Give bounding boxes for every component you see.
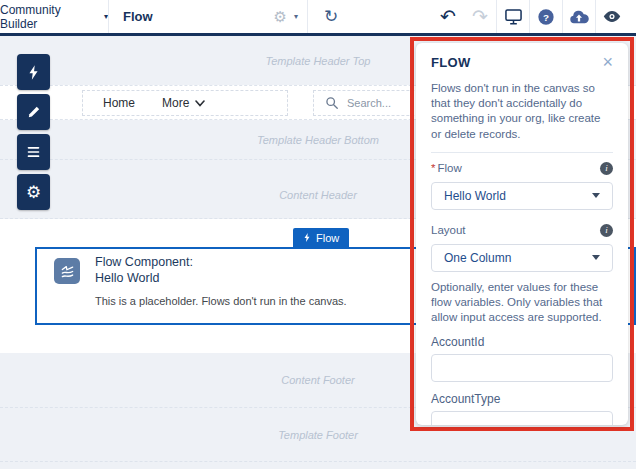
flow-component-title: Flow Component: [95,255,347,271]
nav-menu-region[interactable]: Home More [82,90,288,116]
refresh-icon[interactable]: ↻ [324,6,338,27]
search-icon [325,96,339,110]
settings-gear-icon: ⚙ [26,184,41,201]
layout-select[interactable]: One Column [431,244,613,272]
page-title: Flow [123,9,153,24]
annotation-highlight-box: FLOW × Flows don't run in the canvas so … [410,37,634,431]
flow-component-name: Hello World [95,271,347,287]
flow-field-label: *Flow [431,162,462,174]
chevron-down-icon [592,193,600,198]
chevron-down-icon [195,100,205,107]
region-label: Template Footer [278,429,358,441]
layout-field-label: Layout [431,224,466,236]
builder-sidebar: ⚙ [17,54,50,210]
chevron-down-icon[interactable]: ▾ [294,12,298,21]
nav-item-home[interactable]: Home [103,96,135,110]
flow-component-text: Flow Component: Hello World This is a pl… [95,255,347,307]
info-icon[interactable]: i [600,162,613,175]
help-button[interactable]: ? [530,0,562,33]
accountid-field-label: AccountId [431,335,613,349]
toolbar-right-icons: ↶ ↷ ? [432,0,636,33]
region-label: Template Header Bottom [257,134,379,146]
sidebar-item-settings[interactable]: ⚙ [17,174,50,210]
close-icon[interactable]: × [602,55,613,69]
redo-icon: ↷ [472,5,488,28]
nav-item-more[interactable]: More [162,96,205,110]
undo-button[interactable]: ↶ [432,0,464,33]
sidebar-item-theme[interactable] [17,94,50,130]
undo-icon: ↶ [440,5,456,28]
help-icon: ? [537,8,555,26]
panel-divider [431,152,613,153]
list-icon [26,146,41,158]
app-menu-dropdown[interactable]: Community Builder ▾ [0,0,108,33]
accountid-input[interactable] [431,354,613,382]
flow-select[interactable]: Hello World [431,182,613,210]
region-label: Content Footer [281,374,354,386]
preview-eye-icon [602,10,622,23]
app-menu-label: Community Builder [0,3,98,31]
publish-cloud-icon [568,9,590,25]
preview-button[interactable] [596,0,628,33]
required-marker: * [431,162,435,174]
flow-property-panel: FLOW × Flows don't run in the canvas so … [416,43,628,425]
svg-text:?: ? [543,11,549,22]
sidebar-item-page-structure[interactable] [17,134,50,170]
flow-component-icon [54,258,80,284]
page-settings-gear-icon[interactable]: ⚙ [274,8,287,26]
redo-button[interactable]: ↷ [464,0,496,33]
flow-glyph-icon [58,262,77,281]
panel-description: Flows don't run in the canvas so that th… [431,81,613,142]
selected-component-tab[interactable]: Flow [293,228,349,247]
panel-title: FLOW [431,55,470,70]
nav-more-label: More [162,96,189,110]
lightning-icon [27,64,40,81]
chevron-down-icon [592,255,600,260]
desktop-icon [504,8,523,25]
region-label: Content Header [279,189,357,201]
brush-icon [26,105,41,120]
publish-button[interactable] [563,0,595,33]
sidebar-item-components[interactable] [17,54,50,90]
flow-select-value: Hello World [444,189,506,203]
accounttype-input[interactable] [431,411,613,425]
flow-tab-label: Flow [316,232,339,244]
top-toolbar: Community Builder ▾ Flow ⚙ ▾ ↻ ↶ ↷ [0,0,636,36]
region-label: Template Header Top [266,55,371,67]
layout-select-value: One Column [444,251,511,265]
search-input[interactable] [347,97,417,109]
flow-component-placeholder-text: This is a placeholder. Flows don't run i… [95,295,347,307]
variables-note: Optionally, enter values for these flow … [431,280,613,326]
info-icon[interactable]: i [600,224,613,237]
view-mode-button[interactable] [497,0,529,33]
lightning-icon [303,232,311,243]
toolbar-title-section: Flow ⚙ ▾ [109,0,307,33]
accounttype-field-label: AccountType [431,392,613,406]
